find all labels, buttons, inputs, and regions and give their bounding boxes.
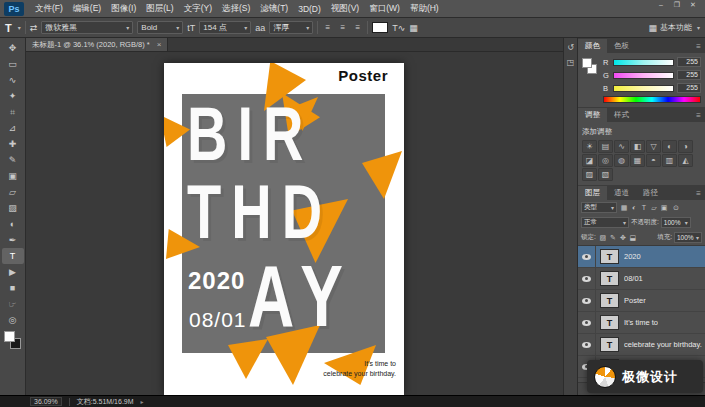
lock-pixels-icon[interactable]: ✎ <box>608 234 618 242</box>
eraser-tool[interactable]: ▱ <box>2 184 24 200</box>
text-orientation-icon[interactable]: ⇄ <box>30 23 38 33</box>
channel-value-field[interactable]: 255 <box>677 70 701 80</box>
zoom-level-field[interactable]: 36.09% <box>30 397 62 406</box>
panel-foreground-swatch[interactable] <box>582 58 592 68</box>
layer-name[interactable]: It's time to <box>624 318 658 327</box>
toggle-panels-icon[interactable]: ▦ <box>409 23 418 33</box>
gradient-tool[interactable]: ▨ <box>2 200 24 216</box>
text-layer-thumbnail[interactable]: T <box>600 337 619 352</box>
tab-swatches[interactable]: 色板 <box>607 39 636 53</box>
layer-visibility-cell[interactable] <box>578 246 596 267</box>
menu-item[interactable]: 编辑(E) <box>68 3 106 15</box>
channel-gradient-slider[interactable] <box>613 59 674 66</box>
healing-brush-tool[interactable]: ✚ <box>2 136 24 152</box>
menu-item[interactable]: 图层(L) <box>141 3 178 15</box>
layer-visibility-cell[interactable] <box>578 312 596 333</box>
menu-item[interactable]: 3D(D) <box>293 4 326 14</box>
layer-filter-select[interactable]: 类型 ▾ <box>581 202 617 213</box>
text-color-swatch[interactable] <box>372 22 388 33</box>
font-size-select[interactable]: 154 点 ▾ <box>199 21 251 34</box>
brightness-contrast-icon[interactable]: ☀ <box>582 140 597 153</box>
layer-row[interactable]: T It's time to <box>578 312 705 334</box>
tab-channels[interactable]: 通道 <box>607 186 636 200</box>
channel-gradient-slider[interactable] <box>613 85 674 92</box>
blend-mode-select[interactable]: 正常 ▾ <box>581 217 629 228</box>
crop-tool[interactable]: ⌗ <box>2 104 24 120</box>
channel-value-field[interactable]: 255 <box>677 83 701 93</box>
hand-tool[interactable]: ☞ <box>2 296 24 312</box>
black-white-icon[interactable]: ◪ <box>582 154 597 167</box>
foreground-color-swatch[interactable] <box>4 331 15 342</box>
tab-layers[interactable]: 图层 <box>578 186 607 200</box>
tab-paths[interactable]: 路径 <box>636 186 665 200</box>
channel-mixer-icon[interactable]: ◍ <box>614 154 629 167</box>
clone-stamp-tool[interactable]: ▣ <box>2 168 24 184</box>
layer-name[interactable]: 08/01 <box>624 274 643 283</box>
menu-item[interactable]: 文字(Y) <box>179 3 217 15</box>
marquee-tool[interactable]: ▭ <box>2 56 24 72</box>
curves-icon[interactable]: ∿ <box>614 140 629 153</box>
lock-transparent-icon[interactable]: ▨ <box>598 234 608 242</box>
layer-visibility-cell[interactable] <box>578 268 596 289</box>
layer-row[interactable]: T celebrate your birthday. <box>578 334 705 356</box>
layer-name[interactable]: 2020 <box>624 252 641 261</box>
font-style-select[interactable]: Bold ▾ <box>137 21 183 34</box>
menu-item[interactable]: 帮助(H) <box>405 3 444 15</box>
menu-item[interactable]: 文件(F) <box>30 3 68 15</box>
filter-pixel-icon[interactable]: ▦ <box>619 204 629 212</box>
workspace-switcher[interactable]: ▦ 基本功能 ▾ <box>648 22 700 33</box>
levels-icon[interactable]: ▤ <box>598 140 613 153</box>
minimize-button[interactable]: – <box>653 0 669 9</box>
path-selection-tool[interactable]: ▶ <box>2 264 24 280</box>
filter-toggle-icon[interactable]: ⊙ <box>671 204 681 212</box>
warp-text-icon[interactable]: T∿ <box>392 23 405 33</box>
brush-tool[interactable]: ✎ <box>2 152 24 168</box>
anti-alias-select[interactable]: 浑厚 ▾ <box>269 21 313 34</box>
rectangle-tool[interactable]: ■ <box>2 280 24 296</box>
layer-name[interactable]: celebrate your birthday. <box>624 340 702 349</box>
menu-item[interactable]: 选择(S) <box>217 3 255 15</box>
layer-visibility-cell[interactable] <box>578 290 596 311</box>
vibrance-icon[interactable]: ▽ <box>646 140 661 153</box>
text-layer-thumbnail[interactable]: T <box>600 271 619 286</box>
text-layer-thumbnail[interactable]: T <box>600 249 619 264</box>
lasso-tool[interactable]: ∿ <box>2 72 24 88</box>
collapsed-properties-panel-icon[interactable]: ◳ <box>567 58 575 67</box>
font-family-select[interactable]: 微软雅黑 ▾ <box>41 21 133 34</box>
filter-adjustment-icon[interactable]: ◐ <box>629 204 639 212</box>
dodge-tool[interactable]: ◐ <box>2 216 24 232</box>
menu-item[interactable]: 滤镜(T) <box>255 3 293 15</box>
channel-value-field[interactable]: 255 <box>677 57 701 67</box>
channel-gradient-slider[interactable] <box>613 72 674 79</box>
threshold-icon[interactable]: ◭ <box>678 154 693 167</box>
align-right-icon[interactable]: ≡ <box>352 23 363 32</box>
gradient-map-icon[interactable]: ▧ <box>598 168 613 181</box>
align-left-icon[interactable]: ≡ <box>322 23 333 32</box>
type-tool-preset-icon[interactable]: T <box>5 22 12 34</box>
tab-styles[interactable]: 样式 <box>607 108 636 122</box>
canvas[interactable]: Poster BIR THD AY 2020 08/01 It's time t… <box>26 52 563 395</box>
lock-all-icon[interactable]: ⬓ <box>628 234 638 242</box>
eyedropper-tool[interactable]: ⊿ <box>2 120 24 136</box>
collapsed-history-panel-icon[interactable]: ↺ <box>567 43 574 52</box>
panel-menu-icon[interactable]: ≡ <box>692 42 705 53</box>
status-options-chevron-icon[interactable]: ▸ <box>141 398 144 405</box>
type-tool[interactable]: T <box>2 248 24 264</box>
selective-color-icon[interactable]: ▨ <box>582 168 597 181</box>
document-tab[interactable]: 未标题-1 @ 36.1% (2020, RGB/8) * × <box>26 38 168 51</box>
posterize-icon[interactable]: ▥ <box>662 154 677 167</box>
zoom-tool[interactable]: ◎ <box>2 312 24 328</box>
fill-field[interactable]: 100% ▾ <box>674 232 702 243</box>
tab-close-icon[interactable]: × <box>157 40 162 49</box>
layer-visibility-cell[interactable] <box>578 334 596 355</box>
photo-filter-icon[interactable]: ◎ <box>598 154 613 167</box>
panel-menu-icon[interactable]: ≡ <box>692 111 705 122</box>
color-spectrum-bar[interactable] <box>603 96 701 103</box>
text-layer-thumbnail[interactable]: T <box>600 293 619 308</box>
layer-name[interactable]: Poster <box>624 296 646 305</box>
panel-menu-icon[interactable]: ≡ <box>692 189 705 200</box>
hue-saturation-icon[interactable]: ◐ <box>662 140 677 153</box>
tab-adjustments[interactable]: 调整 <box>578 108 607 122</box>
color-lookup-icon[interactable]: ▦ <box>630 154 645 167</box>
close-button[interactable]: ✕ <box>685 0 701 9</box>
